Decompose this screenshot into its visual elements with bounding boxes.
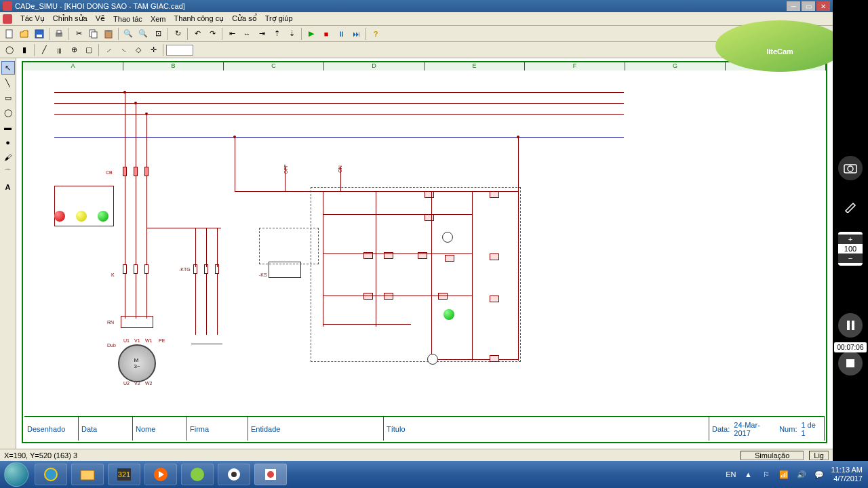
align-center-button[interactable]: ↔ (240, 27, 254, 41)
task-litecam[interactable] (181, 464, 214, 485)
text-tool[interactable]: A (1, 180, 15, 194)
cam-pause-button[interactable] (838, 313, 863, 338)
pilot-green2[interactable] (443, 309, 454, 320)
dub-label: Dub (107, 343, 116, 348)
task-mpc[interactable]: 321 (108, 464, 140, 485)
pointer-tool[interactable]: ↖ (1, 61, 15, 75)
ruler-e: E (425, 62, 525, 70)
zoom-minus[interactable]: − (838, 253, 863, 263)
fillrect-tool[interactable]: ▬ (1, 121, 15, 134)
maximize-button[interactable]: ▭ (802, 1, 815, 11)
drawing-body[interactable]: CB K (24, 72, 825, 415)
cam-stop-button[interactable] (838, 351, 863, 375)
pilot-green[interactable] (98, 211, 108, 222)
system-tray: EN ▲ ⚐ 📶 🔊 💬 11:13 AM 4/7/2017 (726, 466, 868, 483)
tray-clock[interactable]: 11:13 AM 4/7/2017 (831, 466, 863, 483)
task-ie[interactable] (35, 464, 67, 485)
tray-action-icon[interactable]: 💬 (814, 469, 825, 480)
screenshot-button[interactable] (838, 156, 863, 180)
save-button[interactable] (33, 27, 46, 41)
task-cadesimu[interactable] (254, 464, 287, 485)
v2-label: V2 (134, 381, 140, 386)
zoom-out-button[interactable]: 🔍 (136, 27, 150, 41)
align-bottom-button[interactable]: ⇣ (285, 27, 298, 41)
step-button[interactable]: ⏭ (349, 27, 363, 41)
menu-thanhcongcu[interactable]: Thanh công cụ (170, 13, 229, 24)
arc-tool[interactable]: ⌒ (1, 165, 15, 179)
zoom-fit-button[interactable]: ⊡ (151, 27, 165, 41)
redo-button[interactable]: ↷ (205, 27, 219, 41)
open-button[interactable] (18, 27, 31, 41)
tray-security-icon[interactable]: ⚐ (761, 469, 772, 480)
no-contact-tool[interactable]: ⟋ (102, 43, 115, 57)
wire-tool[interactable]: ╱ (37, 43, 51, 57)
fillellipse-tool[interactable]: ● (1, 136, 15, 149)
task-player[interactable] (144, 464, 177, 485)
menu-cuaso[interactable]: Cửa sổ (228, 13, 261, 24)
drawing-frame: A B C D E F G H (22, 61, 827, 443)
line-tool[interactable]: ╲ (1, 76, 15, 89)
tray-flag-icon[interactable]: ▲ (743, 469, 754, 480)
zoom-plus[interactable]: + (838, 235, 863, 244)
pilot-yellow[interactable] (76, 211, 87, 222)
print-button[interactable] (52, 27, 66, 41)
cut-button[interactable]: ✂ (72, 27, 85, 41)
help-button[interactable]: ? (369, 27, 382, 41)
lamp-tool[interactable]: ◯ (3, 43, 16, 57)
diamond-tool[interactable]: ◇ (132, 43, 145, 57)
workspace: ↖ ╲ ▭ ◯ ▬ ● 🖌 ⌒ A A B C D E F G H (0, 58, 833, 449)
menu-ve[interactable]: Vẽ (92, 13, 109, 24)
close-button[interactable]: ✕ (816, 1, 830, 11)
menu-thaotac[interactable]: Thao tác (109, 14, 146, 24)
copy-button[interactable] (87, 27, 100, 41)
tray-volume-icon[interactable]: 🔊 (796, 469, 807, 480)
align-right-button[interactable]: ⇥ (255, 27, 269, 41)
align-left-button[interactable]: ⇤ (225, 27, 239, 41)
undo-button[interactable]: ↶ (191, 27, 204, 41)
motor-tool[interactable]: ⊕ (67, 43, 81, 57)
tray-lang[interactable]: EN (726, 470, 736, 479)
new-button[interactable] (3, 27, 16, 41)
ellipse-tool[interactable]: ◯ (1, 106, 15, 119)
task-explorer[interactable] (71, 464, 104, 485)
svg-point-13 (45, 468, 57, 481)
zoom-control[interactable]: + 100 − (838, 232, 863, 266)
align-top-button[interactable]: ⇡ (270, 27, 283, 41)
cross-tool[interactable]: ✛ (146, 43, 160, 57)
canvas[interactable]: A B C D E F G H (16, 58, 833, 449)
paint-tool[interactable]: 🖌 (1, 150, 15, 164)
paste-button[interactable] (102, 27, 115, 41)
pilot-red[interactable] (54, 211, 65, 222)
pause-button[interactable]: ⏸ (334, 27, 348, 41)
ktg-label: -KTG (179, 267, 191, 272)
menu-chinhsua[interactable]: Chỉnh sửa (49, 13, 92, 24)
play-button[interactable]: ▶ (304, 27, 318, 41)
svg-point-20 (231, 472, 237, 477)
window-title: CADe_SIMU - [KHOI DONG SAO - TAM GIAC.ca… (15, 2, 785, 10)
start-button[interactable] (0, 461, 33, 488)
box-tool[interactable]: ▢ (82, 43, 96, 57)
menu-xem[interactable]: Xem (146, 14, 170, 24)
ruler-g: G (625, 62, 726, 70)
nc-contact-tool[interactable]: ⟍ (117, 43, 130, 57)
task-camera[interactable] (218, 464, 250, 485)
w2-label: W2 (145, 381, 153, 386)
svg-rect-2 (37, 35, 42, 37)
svg-point-22 (267, 471, 274, 478)
zoom-in-button[interactable]: 🔍 (121, 27, 135, 41)
refresh-button[interactable]: ↻ (171, 27, 184, 41)
tray-network-icon[interactable]: 📶 (778, 469, 789, 480)
tb-desenhado: Desenhado (24, 417, 79, 441)
stop-button[interactable]: ■ (319, 27, 333, 41)
minimize-button[interactable]: ─ (787, 1, 800, 11)
menu-tacvu[interactable]: Tác Vụ (16, 13, 49, 24)
draw-button[interactable] (838, 194, 863, 218)
motor[interactable]: M3~ (118, 344, 156, 382)
wire3-tool[interactable]: ⫼ (52, 43, 66, 57)
svg-rect-6 (92, 32, 97, 38)
buzzer-tool[interactable]: ▮ (18, 43, 31, 57)
rect-tool[interactable]: ▭ (1, 91, 15, 104)
k-label: K (111, 272, 115, 277)
taskbar: 321 EN ▲ ⚐ 📶 🔊 💬 11:13 AM 4/7/2017 (0, 461, 868, 488)
menu-trogiup[interactable]: Trợ giúp (261, 13, 297, 24)
